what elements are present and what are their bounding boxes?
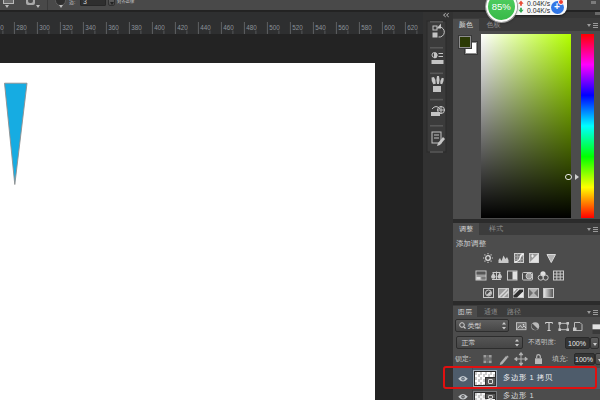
svg-text:480: 480 (246, 24, 257, 31)
svg-text:260: 260 (0, 24, 4, 31)
svg-text:320: 320 (62, 24, 73, 31)
svg-text:280: 280 (16, 24, 27, 31)
svg-text:300: 300 (39, 24, 50, 31)
svg-text:400: 400 (154, 24, 165, 31)
svg-text:380: 380 (131, 24, 142, 31)
svg-text:620: 620 (407, 24, 418, 31)
svg-text:460: 460 (223, 24, 234, 31)
svg-text:600: 600 (384, 24, 395, 31)
svg-text:520: 520 (292, 24, 303, 31)
svg-text:360: 360 (108, 24, 119, 31)
svg-text:560: 560 (338, 24, 349, 31)
svg-text:540: 540 (315, 24, 326, 31)
svg-text:500: 500 (269, 24, 280, 31)
svg-text:440: 440 (200, 24, 211, 31)
svg-text:420: 420 (177, 24, 188, 31)
svg-text:340: 340 (85, 24, 96, 31)
svg-text:580: 580 (361, 24, 372, 31)
